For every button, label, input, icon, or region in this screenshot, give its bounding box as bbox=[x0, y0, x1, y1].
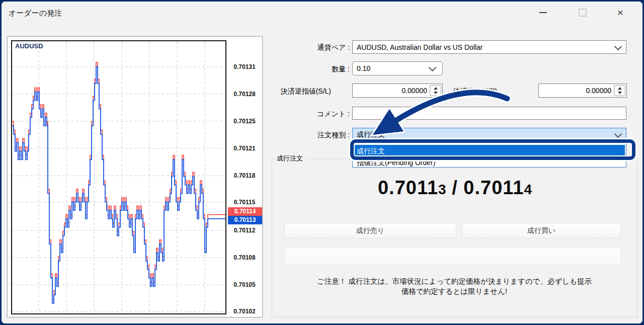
stop-loss-value: 0.00000 bbox=[353, 87, 442, 95]
order-type-combobox-value: 成行注文 bbox=[353, 130, 626, 139]
close-button[interactable]: × bbox=[610, 4, 631, 21]
price-axis-label: 0.70115 bbox=[226, 198, 263, 207]
tick-chart-plot[interactable] bbox=[11, 40, 226, 314]
highlight-callout-box bbox=[350, 139, 635, 160]
tp-label: 決済指値(T/P) bbox=[453, 87, 497, 96]
take-profit-stepper[interactable] bbox=[614, 85, 625, 96]
symbol-label: 通貨ペア : bbox=[317, 43, 350, 52]
spin-down-icon[interactable] bbox=[434, 92, 438, 94]
take-profit-value: 0.00000 bbox=[539, 87, 626, 95]
symbol-combobox[interactable]: AUDUSD, Australian Dollar vs US Dollar bbox=[352, 40, 626, 54]
sell-by-market-button[interactable]: 成行売り bbox=[284, 223, 456, 238]
spin-down-icon[interactable] bbox=[618, 92, 622, 94]
volume-label: 数量 : bbox=[332, 65, 350, 74]
price-axis-label: 0.70118 bbox=[226, 171, 263, 180]
price-separator: / bbox=[446, 177, 464, 198]
ask-price-badge: 0.70114 bbox=[228, 207, 262, 216]
volume-combobox[interactable]: 0.10 bbox=[352, 61, 443, 75]
price-axis-label: 0.70131 bbox=[226, 62, 263, 71]
stop-loss-field[interactable]: 0.00000 bbox=[352, 84, 443, 98]
window-title: オーダーの発注 bbox=[9, 9, 62, 18]
comment-input[interactable] bbox=[353, 107, 626, 119]
spin-up-icon[interactable] bbox=[618, 87, 622, 90]
chart-symbol-label: AUDUSD bbox=[15, 42, 43, 50]
bid-price-badge: 0.70113 bbox=[228, 216, 262, 224]
market-order-group-title: 成行注文 bbox=[275, 154, 305, 163]
notice-line-1: ご注意！ 成行注文は、市場状況によって約定価格が決まりますので、必ずしも提示 bbox=[274, 276, 634, 286]
minimize-icon bbox=[539, 12, 547, 13]
bid-price-main: 0.7011 bbox=[378, 177, 438, 198]
buy-by-market-button[interactable]: 成行買い bbox=[462, 223, 621, 238]
comment-label: コメント : bbox=[317, 110, 350, 119]
comment-field-wrap bbox=[352, 107, 626, 120]
minimize-button[interactable] bbox=[532, 4, 553, 21]
stop-loss-stepper[interactable] bbox=[430, 85, 441, 96]
price-axis-label: 0.70112 bbox=[226, 226, 263, 235]
maximize-button bbox=[572, 4, 593, 21]
market-order-notice: ご注意！ 成行注文は、市場状況によって約定価格が決まりますので、必ずしも提示 価… bbox=[274, 276, 634, 296]
price-axis-label: 0.70105 bbox=[226, 280, 263, 289]
bid-price-pip: 3 bbox=[438, 182, 446, 197]
order-status-bar bbox=[284, 248, 621, 265]
price-axis-label: 0.70108 bbox=[226, 253, 263, 262]
price-axis-label: 0.70102 bbox=[226, 307, 263, 316]
price-axis: 0.70114 0.70113 0.701310.701280.701250.7… bbox=[226, 36, 263, 317]
take-profit-field[interactable]: 0.00000 bbox=[538, 84, 627, 98]
symbol-combobox-value: AUDUSD, Australian Dollar vs US Dollar bbox=[353, 43, 626, 51]
price-axis-label: 0.70128 bbox=[226, 90, 263, 99]
order-type-label: 注文種別 : bbox=[317, 131, 350, 140]
ask-price-main: 0.7011 bbox=[463, 177, 524, 198]
spin-up-icon[interactable] bbox=[434, 87, 438, 90]
maximize-icon bbox=[579, 9, 587, 17]
bid-ask-price-display: 0.70113 / 0.70114 bbox=[282, 177, 628, 199]
price-axis-label: 0.70125 bbox=[226, 117, 263, 126]
sl-label: 決済逆指値(S/L) bbox=[281, 87, 331, 96]
notice-line-2: 価格で約定するとは限りません! bbox=[274, 286, 634, 296]
price-axis-label: 0.70121 bbox=[226, 144, 263, 153]
ask-price-pip: 4 bbox=[524, 182, 532, 197]
tick-chart-canvas bbox=[12, 41, 225, 313]
